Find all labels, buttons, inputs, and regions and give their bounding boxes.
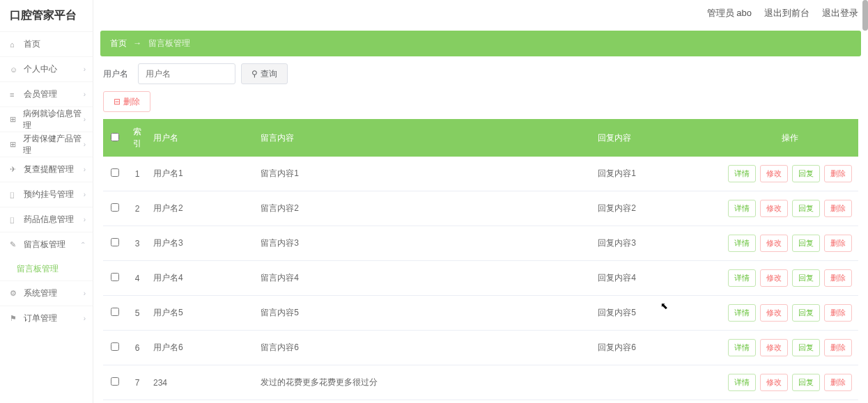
- menu-label: 会员管理: [24, 88, 57, 100]
- edit-button[interactable]: 修改: [760, 269, 788, 287]
- table-row: 4用户名4留言内容4回复内容4详情修改回复删除: [103, 261, 858, 296]
- cell-idx: 5: [127, 296, 148, 331]
- cell-reply: 回复内容2: [592, 191, 722, 226]
- menu-icon: ⚙: [10, 289, 20, 298]
- search-label: 用户名: [103, 68, 128, 80]
- cell-user: 用户名3: [148, 226, 255, 261]
- menu-label: 订单管理: [24, 313, 57, 324]
- sidebar: 口腔管家平台 ⌂首页☺个人中心›≡会员管理›⊞病例就诊信息管理›⊞牙齿保健产品管…: [0, 0, 93, 403]
- search-input[interactable]: [138, 63, 235, 84]
- cell-user: 用户名6: [148, 331, 255, 365]
- detail-button[interactable]: 详情: [728, 235, 756, 252]
- sidebar-item-2[interactable]: ≡会员管理›: [0, 81, 93, 106]
- menu-icon: ✎: [10, 240, 20, 249]
- edit-button[interactable]: 修改: [760, 304, 788, 322]
- cell-user: 用户名2: [148, 191, 255, 226]
- sidebar-item-0[interactable]: ⌂首页: [0, 31, 93, 56]
- edit-button[interactable]: 修改: [760, 200, 788, 217]
- edit-button[interactable]: 修改: [760, 165, 788, 182]
- menu-icon: ☺: [10, 65, 20, 74]
- row-delete-button[interactable]: 删除: [824, 304, 852, 322]
- row-checkbox[interactable]: [111, 168, 119, 177]
- sidebar-item-10[interactable]: ⚑订单管理›: [0, 306, 93, 331]
- row-delete-button[interactable]: 删除: [824, 165, 852, 182]
- reply-button[interactable]: 回复: [792, 235, 820, 252]
- row-delete-button[interactable]: 删除: [824, 235, 852, 252]
- reply-button[interactable]: 回复: [792, 269, 820, 287]
- menu-label: 牙齿保健产品管理: [23, 133, 83, 157]
- row-checkbox[interactable]: [111, 342, 119, 351]
- sidebar-item-5[interactable]: ✈复查提醒管理›: [0, 157, 93, 182]
- menu-label: 个人中心: [24, 63, 57, 75]
- cell-idx: 4: [127, 261, 148, 296]
- detail-button[interactable]: 详情: [728, 374, 756, 391]
- row-delete-button[interactable]: 删除: [824, 200, 852, 217]
- chevron-icon: ›: [84, 166, 86, 173]
- row-checkbox[interactable]: [111, 273, 119, 281]
- edit-button[interactable]: 修改: [760, 339, 788, 356]
- data-table: 索引用户名留言内容回复内容操作 1用户名1留言内容1回复内容1详情修改回复删除2…: [103, 119, 858, 400]
- select-all-checkbox[interactable]: [111, 133, 119, 141]
- menu-icon: ⌂: [10, 40, 20, 49]
- reply-button[interactable]: 回复: [792, 339, 820, 356]
- detail-button[interactable]: 详情: [728, 200, 756, 217]
- admin-label[interactable]: 管理员 abo: [707, 7, 752, 19]
- menu-label: 预约挂号管理: [24, 189, 74, 200]
- reply-button[interactable]: 回复: [792, 304, 820, 322]
- chevron-icon: ›: [84, 141, 86, 148]
- edit-button[interactable]: 修改: [760, 235, 788, 252]
- menu-icon: ⌷: [10, 216, 20, 224]
- scrollbar[interactable]: [862, 0, 868, 31]
- row-checkbox[interactable]: [111, 308, 119, 316]
- cell-msg: 留言内容6: [255, 331, 592, 365]
- logout-button[interactable]: 退出登录: [822, 7, 858, 19]
- cell-user: 234: [148, 365, 255, 400]
- reply-button[interactable]: 回复: [792, 200, 820, 217]
- sidebar-item-3[interactable]: ⊞病例就诊信息管理›: [0, 106, 93, 132]
- table-row: 5用户名5留言内容5回复内容5详情修改回复删除: [103, 296, 858, 331]
- cell-msg: 留言内容2: [255, 191, 592, 226]
- breadcrumb-sep: →: [133, 38, 141, 48]
- table-row: 6用户名6留言内容6回复内容6详情修改回复删除: [103, 331, 858, 365]
- table-row: 2用户名2留言内容2回复内容2详情修改回复删除: [103, 191, 858, 226]
- reply-button[interactable]: 回复: [792, 374, 820, 391]
- sidebar-item-9[interactable]: ⚙系统管理›: [0, 280, 93, 306]
- cell-msg: 留言内容3: [255, 226, 592, 261]
- cell-reply: [592, 365, 722, 400]
- breadcrumb-home[interactable]: 首页: [110, 38, 127, 48]
- row-delete-button[interactable]: 删除: [824, 269, 852, 287]
- menu-icon: ⊞: [10, 140, 19, 149]
- detail-button[interactable]: 详情: [728, 165, 756, 182]
- table-row: 3用户名3留言内容3回复内容3详情修改回复删除: [103, 226, 858, 261]
- sidebar-item-6[interactable]: ⌷预约挂号管理›: [0, 182, 93, 207]
- row-checkbox[interactable]: [111, 203, 119, 212]
- cell-msg: 留言内容4: [255, 261, 592, 296]
- sidebar-item-7[interactable]: ⌷药品信息管理›: [0, 207, 93, 232]
- sidebar-item-1[interactable]: ☺个人中心›: [0, 56, 93, 81]
- cell-reply: 回复内容3: [592, 226, 722, 261]
- query-button[interactable]: ⚲ 查询: [241, 63, 288, 84]
- sidebar-item-8[interactable]: ✎留言板管理⌃: [0, 232, 93, 257]
- main-content: 管理员 abo 退出到前台 退出登录 首页 → 留言板管理 用户名 ⚲ 查询 ⊟…: [93, 0, 868, 403]
- chevron-icon: ›: [84, 216, 86, 223]
- delete-button[interactable]: ⊟ 删除: [103, 91, 150, 112]
- cell-idx: 2: [127, 191, 148, 226]
- row-delete-button[interactable]: 删除: [824, 339, 852, 356]
- row-delete-button[interactable]: 删除: [824, 374, 852, 391]
- cell-msg: 留言内容5: [255, 296, 592, 331]
- detail-button[interactable]: 详情: [728, 269, 756, 287]
- sidebar-subitem-active[interactable]: 留言板管理: [0, 257, 93, 280]
- sidebar-item-4[interactable]: ⊞牙齿保健产品管理›: [0, 132, 93, 157]
- edit-button[interactable]: 修改: [760, 374, 788, 391]
- reply-button[interactable]: 回复: [792, 165, 820, 182]
- pagination: 共 7 条 10条/页 ‹ 1 › 前往 页: [93, 400, 868, 403]
- menu-label: 首页: [24, 38, 40, 50]
- row-checkbox[interactable]: [111, 238, 119, 246]
- cell-reply: 回复内容5: [592, 296, 722, 331]
- cell-msg: 留言内容1: [255, 157, 592, 191]
- row-checkbox[interactable]: [111, 377, 119, 386]
- to-front-button[interactable]: 退出到前台: [764, 7, 809, 19]
- detail-button[interactable]: 详情: [728, 304, 756, 322]
- detail-button[interactable]: 详情: [728, 339, 756, 356]
- table-row: 7234发过的花费更多花费更多很过分详情修改回复删除: [103, 365, 858, 400]
